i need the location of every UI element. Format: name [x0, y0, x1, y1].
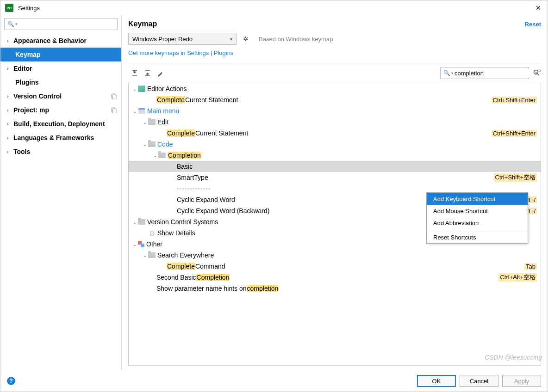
- folder-icon: [138, 219, 145, 225]
- shortcut-badge: Ctrl+Alt+空格: [498, 273, 537, 282]
- ctx-reset[interactable]: Reset Shortcuts: [427, 231, 528, 243]
- expand-all-icon[interactable]: [131, 69, 138, 77]
- tree-group-completion[interactable]: ⌄Completion: [129, 150, 541, 161]
- scheme-icon: [111, 107, 117, 113]
- edit-icon[interactable]: [157, 69, 164, 77]
- find-by-shortcut-icon[interactable]: [533, 69, 541, 77]
- sidebar-item-editor[interactable]: ›Editor: [0, 61, 121, 75]
- ok-button[interactable]: OK: [417, 375, 456, 387]
- svg-rect-3: [112, 109, 116, 113]
- sidebar-item-vcs[interactable]: ›Version Control: [0, 89, 121, 103]
- svg-rect-7: [138, 108, 145, 110]
- sidebar-item-build[interactable]: ›Build, Execution, Deployment: [0, 117, 121, 131]
- shortcut-badge: Ctrl+Shift+Enter: [492, 130, 537, 137]
- sidebar-item-tools[interactable]: ›Tools: [0, 145, 121, 159]
- close-button[interactable]: ✕: [534, 2, 543, 13]
- sidebar-item-lang[interactable]: ›Languages & Frameworks: [0, 131, 121, 145]
- separator: [128, 63, 541, 63]
- other-icon: [138, 241, 144, 247]
- reset-link[interactable]: Reset: [525, 21, 541, 28]
- ctx-separator: [427, 230, 528, 230]
- ctx-add-mouse[interactable]: Add Mouse Shortcut: [427, 205, 528, 217]
- keymap-value: Windows Proper Redo: [132, 36, 193, 43]
- tree-item-complete-command[interactable]: Complete CommandTab: [129, 261, 541, 272]
- tree-group-editor-actions[interactable]: ⌄Editor Actions: [129, 83, 541, 94]
- window-title: Settings: [18, 5, 534, 12]
- sidebar-item-project[interactable]: ›Project: mp: [0, 103, 121, 117]
- tree-group-code[interactable]: ⌄Code: [129, 139, 541, 150]
- menu-icon: [138, 108, 145, 114]
- help-button[interactable]: ?: [7, 377, 15, 385]
- action-search[interactable]: 🔍▾ ✕: [440, 67, 529, 79]
- page-title: Keymap: [128, 20, 525, 28]
- collapse-all-icon[interactable]: [144, 69, 151, 77]
- sidebar-item-keymap[interactable]: Keymap: [0, 48, 121, 61]
- titlebar: PC Settings ✕: [0, 0, 548, 15]
- sidebar-search[interactable]: 🔍▾: [4, 18, 118, 30]
- sidebar-search-input[interactable]: [18, 20, 114, 28]
- chevron-down-icon: ▾: [230, 37, 232, 42]
- tree-toolbar: 🔍▾ ✕: [128, 66, 541, 83]
- folder-icon: [148, 141, 156, 147]
- apply-button[interactable]: Apply: [502, 375, 541, 387]
- keymap-dropdown[interactable]: Windows Proper Redo ▾: [128, 33, 237, 45]
- tree-item-complete-statement[interactable]: Complete Current StatementCtrl+Shift+Ent…: [129, 94, 541, 105]
- tree-item-second-basic[interactable]: Second Basic CompletionCtrl+Alt+空格: [129, 272, 541, 283]
- settings-sidebar: 🔍▾ ›Appearance & Behavior Keymap ›Editor…: [0, 15, 122, 370]
- scheme-icon: [111, 93, 117, 99]
- context-menu: Add Keyboard Shortcut Add Mouse Shortcut…: [426, 192, 528, 244]
- details-icon: ◫: [148, 230, 156, 236]
- actions-icon: [138, 86, 145, 92]
- get-more-keymaps-link[interactable]: Get more keymaps in Settings | Plugins: [128, 49, 541, 56]
- search-icon: 🔍: [7, 21, 14, 27]
- sidebar-item-appearance[interactable]: ›Appearance & Behavior: [0, 34, 121, 48]
- shortcut-badge: Ctrl+Shift+空格: [494, 173, 537, 182]
- tree-item-show-param[interactable]: Show parameter name hints on completion: [129, 283, 541, 294]
- based-on-label: Based on Windows keymap: [259, 36, 333, 43]
- cancel-button[interactable]: Cancel: [460, 375, 498, 387]
- folder-icon: [158, 153, 166, 158]
- search-icon: 🔍: [443, 70, 450, 76]
- tree-group-main-menu[interactable]: ⌄Main menu: [129, 105, 541, 116]
- folder-icon: [148, 119, 156, 125]
- bottom-bar: ? OK Cancel Apply: [0, 370, 548, 392]
- gear-icon[interactable]: ✲: [242, 34, 249, 43]
- main-panel: Keymap Reset Windows Proper Redo ▾ ✲ Bas…: [122, 15, 548, 370]
- folder-icon: [148, 252, 156, 258]
- sidebar-item-plugins[interactable]: Plugins: [0, 75, 121, 89]
- ctx-add-keyboard[interactable]: Add Keyboard Shortcut: [427, 193, 528, 205]
- tree-group-search-everywhere[interactable]: ⌄Search Everywhere: [129, 250, 541, 261]
- ctx-add-abbrev[interactable]: Add Abbreviation: [427, 217, 528, 229]
- shortcut-badge: Ctrl+Shift+Enter: [492, 97, 537, 104]
- nav-tree: ›Appearance & Behavior Keymap ›Editor Pl…: [0, 33, 121, 370]
- tree-item-smarttype[interactable]: SmartTypeCtrl+Shift+空格: [129, 172, 541, 183]
- tree-item-complete-statement-2[interactable]: Complete Current StatementCtrl+Shift+Ent…: [129, 128, 541, 139]
- svg-rect-1: [112, 95, 116, 99]
- shortcut-badge: Tab: [524, 263, 537, 270]
- tree-group-edit[interactable]: ⌄Edit: [129, 116, 541, 128]
- app-icon: PC: [5, 4, 13, 12]
- action-search-input[interactable]: [454, 69, 533, 77]
- tree-item-basic[interactable]: Basic: [129, 161, 541, 172]
